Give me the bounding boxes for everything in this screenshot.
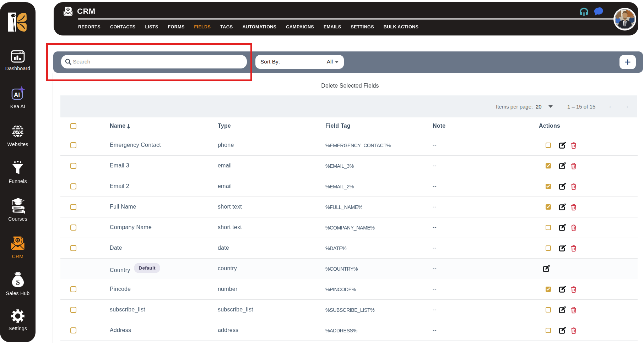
svg-text:$: $	[16, 278, 20, 287]
svg-text:AI: AI	[14, 92, 20, 98]
svg-text:www: www	[12, 129, 23, 134]
